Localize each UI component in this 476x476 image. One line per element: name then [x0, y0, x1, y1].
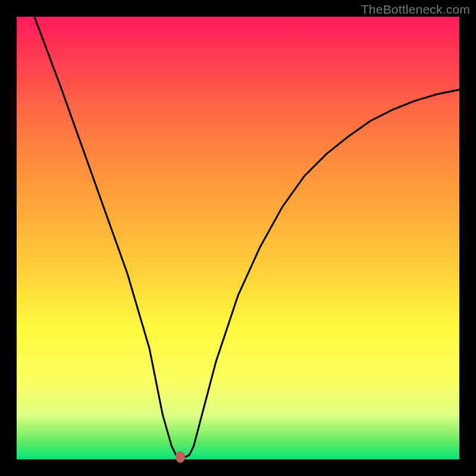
min-marker	[176, 451, 185, 463]
chart-frame: TheBottleneck.com	[0, 0, 476, 476]
plot-area	[17, 17, 459, 459]
bottleneck-curve	[35, 17, 459, 457]
curve-layer	[17, 17, 459, 459]
watermark-text: TheBottleneck.com	[361, 2, 470, 17]
